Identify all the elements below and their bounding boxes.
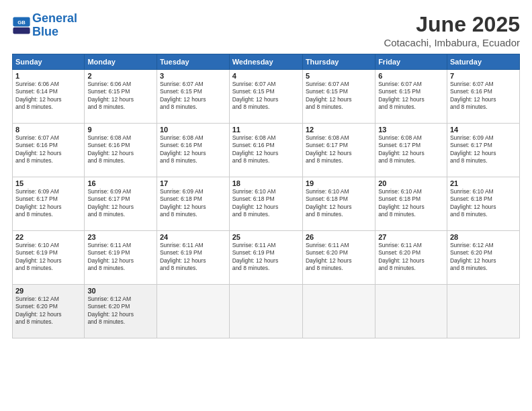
logo-general: General: [32, 11, 77, 25]
day-cell: 6Sunrise: 6:07 AMSunset: 6:15 PMDaylight…: [375, 70, 447, 124]
day-info: Sunrise: 6:11 AMSunset: 6:19 PMDaylight:…: [87, 242, 154, 273]
day-info: Sunrise: 6:07 AMSunset: 6:16 PMDaylight:…: [450, 81, 517, 111]
day-info: Sunrise: 6:10 AMSunset: 6:18 PMDaylight:…: [450, 188, 517, 219]
day-number: 15: [15, 179, 81, 187]
title-block: June 2025 Cotacachi, Imbabura, Ecuador: [384, 12, 520, 48]
day-cell: [375, 285, 447, 338]
day-cell: 11Sunrise: 6:08 AMSunset: 6:16 PMDayligh…: [229, 124, 302, 177]
logo: GB General Blue: [12, 12, 77, 39]
day-info: Sunrise: 6:12 AMSunset: 6:20 PMDaylight:…: [450, 242, 517, 273]
day-info: Sunrise: 6:06 AMSunset: 6:15 PMDaylight:…: [87, 81, 154, 111]
day-cell: 17Sunrise: 6:09 AMSunset: 6:18 PMDayligh…: [157, 177, 229, 231]
day-cell: 9Sunrise: 6:08 AMSunset: 6:16 PMDaylight…: [85, 124, 157, 177]
day-number: 18: [232, 179, 300, 187]
day-number: 25: [232, 233, 300, 241]
day-cell: 27Sunrise: 6:11 AMSunset: 6:20 PMDayligh…: [375, 231, 447, 285]
day-number: 24: [160, 233, 226, 241]
day-cell: 3Sunrise: 6:07 AMSunset: 6:15 PMDaylight…: [157, 70, 229, 124]
day-number: 22: [15, 233, 81, 241]
day-number: 4: [232, 72, 300, 80]
day-info: Sunrise: 6:08 AMSunset: 6:17 PMDaylight:…: [306, 134, 372, 165]
day-cell: 8Sunrise: 6:07 AMSunset: 6:16 PMDaylight…: [13, 124, 85, 177]
day-number: 9: [87, 126, 154, 134]
day-number: 23: [87, 233, 154, 241]
day-number: 7: [450, 72, 517, 80]
day-cell: 16Sunrise: 6:09 AMSunset: 6:17 PMDayligh…: [85, 177, 157, 231]
week-row-5: 29Sunrise: 6:12 AMSunset: 6:20 PMDayligh…: [13, 285, 520, 338]
day-info: Sunrise: 6:11 AMSunset: 6:20 PMDaylight:…: [378, 242, 444, 273]
day-number: 19: [306, 179, 372, 187]
calendar-table: Sunday Monday Tuesday Wednesday Thursday…: [12, 54, 520, 338]
day-cell: 30Sunrise: 6:12 AMSunset: 6:20 PMDayligh…: [85, 285, 157, 338]
day-cell: 10Sunrise: 6:08 AMSunset: 6:16 PMDayligh…: [157, 124, 229, 177]
day-cell: 4Sunrise: 6:07 AMSunset: 6:15 PMDaylight…: [229, 70, 302, 124]
day-cell: 14Sunrise: 6:09 AMSunset: 6:17 PMDayligh…: [447, 124, 519, 177]
week-row-3: 15Sunrise: 6:09 AMSunset: 6:17 PMDayligh…: [13, 177, 520, 231]
day-number: 27: [378, 233, 444, 241]
day-cell: 22Sunrise: 6:10 AMSunset: 6:19 PMDayligh…: [13, 231, 85, 285]
col-tuesday: Tuesday: [157, 54, 229, 70]
day-cell: 2Sunrise: 6:06 AMSunset: 6:15 PMDaylight…: [85, 70, 157, 124]
day-info: Sunrise: 6:11 AMSunset: 6:19 PMDaylight:…: [160, 242, 226, 273]
day-number: 5: [306, 72, 372, 80]
svg-rect-1: [13, 28, 30, 34]
week-row-2: 8Sunrise: 6:07 AMSunset: 6:16 PMDaylight…: [13, 124, 520, 177]
day-number: 10: [160, 126, 226, 134]
col-wednesday: Wednesday: [229, 54, 302, 70]
logo-blue: Blue: [32, 25, 58, 38]
day-cell: [447, 285, 519, 338]
day-info: Sunrise: 6:09 AMSunset: 6:17 PMDaylight:…: [87, 188, 154, 219]
day-number: 28: [450, 233, 517, 241]
calendar-header-row: Sunday Monday Tuesday Wednesday Thursday…: [13, 54, 520, 70]
day-cell: 1Sunrise: 6:06 AMSunset: 6:14 PMDaylight…: [13, 70, 85, 124]
col-friday: Friday: [375, 54, 447, 70]
day-info: Sunrise: 6:09 AMSunset: 6:18 PMDaylight:…: [160, 188, 226, 219]
day-info: Sunrise: 6:09 AMSunset: 6:17 PMDaylight:…: [15, 188, 81, 219]
day-number: 30: [87, 287, 154, 295]
page: GB General Blue June 2025 Cotacachi, Imb…: [0, 0, 532, 411]
day-info: Sunrise: 6:07 AMSunset: 6:15 PMDaylight:…: [232, 81, 300, 111]
day-number: 2: [87, 72, 154, 80]
day-number: 1: [15, 72, 81, 80]
day-info: Sunrise: 6:06 AMSunset: 6:14 PMDaylight:…: [15, 81, 81, 111]
header: GB General Blue June 2025 Cotacachi, Imb…: [12, 12, 520, 48]
day-number: 16: [87, 179, 154, 187]
day-number: 12: [306, 126, 372, 134]
logo-icon: GB: [12, 16, 31, 35]
day-info: Sunrise: 6:07 AMSunset: 6:15 PMDaylight:…: [378, 81, 444, 111]
day-cell: 13Sunrise: 6:08 AMSunset: 6:17 PMDayligh…: [375, 124, 447, 177]
day-info: Sunrise: 6:08 AMSunset: 6:16 PMDaylight:…: [232, 134, 300, 165]
day-cell: 25Sunrise: 6:11 AMSunset: 6:19 PMDayligh…: [229, 231, 302, 285]
day-info: Sunrise: 6:08 AMSunset: 6:16 PMDaylight:…: [87, 134, 154, 165]
day-cell: 20Sunrise: 6:10 AMSunset: 6:18 PMDayligh…: [375, 177, 447, 231]
day-number: 3: [160, 72, 226, 80]
day-cell: 12Sunrise: 6:08 AMSunset: 6:17 PMDayligh…: [302, 124, 375, 177]
day-number: 20: [378, 179, 444, 187]
day-info: Sunrise: 6:11 AMSunset: 6:20 PMDaylight:…: [306, 242, 372, 273]
day-info: Sunrise: 6:09 AMSunset: 6:17 PMDaylight:…: [450, 134, 517, 165]
day-info: Sunrise: 6:07 AMSunset: 6:15 PMDaylight:…: [306, 81, 372, 111]
day-info: Sunrise: 6:12 AMSunset: 6:20 PMDaylight:…: [87, 295, 154, 326]
logo-text: General Blue: [32, 12, 77, 39]
day-number: 17: [160, 179, 226, 187]
day-cell: 5Sunrise: 6:07 AMSunset: 6:15 PMDaylight…: [302, 70, 375, 124]
day-cell: 18Sunrise: 6:10 AMSunset: 6:18 PMDayligh…: [229, 177, 302, 231]
day-number: 11: [232, 126, 300, 134]
day-info: Sunrise: 6:10 AMSunset: 6:18 PMDaylight:…: [378, 188, 444, 219]
day-number: 6: [378, 72, 444, 80]
day-cell: [229, 285, 302, 338]
day-info: Sunrise: 6:07 AMSunset: 6:16 PMDaylight:…: [15, 134, 81, 165]
day-cell: 19Sunrise: 6:10 AMSunset: 6:18 PMDayligh…: [302, 177, 375, 231]
day-info: Sunrise: 6:10 AMSunset: 6:18 PMDaylight:…: [232, 188, 300, 219]
col-saturday: Saturday: [447, 54, 519, 70]
col-thursday: Thursday: [302, 54, 375, 70]
day-cell: 7Sunrise: 6:07 AMSunset: 6:16 PMDaylight…: [447, 70, 519, 124]
day-number: 26: [306, 233, 372, 241]
day-info: Sunrise: 6:08 AMSunset: 6:16 PMDaylight:…: [160, 134, 226, 165]
day-info: Sunrise: 6:07 AMSunset: 6:15 PMDaylight:…: [160, 81, 226, 111]
day-info: Sunrise: 6:10 AMSunset: 6:19 PMDaylight:…: [15, 242, 81, 273]
day-number: 8: [15, 126, 81, 134]
col-monday: Monday: [85, 54, 157, 70]
svg-text:GB: GB: [17, 19, 26, 26]
week-row-1: 1Sunrise: 6:06 AMSunset: 6:14 PMDaylight…: [13, 70, 520, 124]
